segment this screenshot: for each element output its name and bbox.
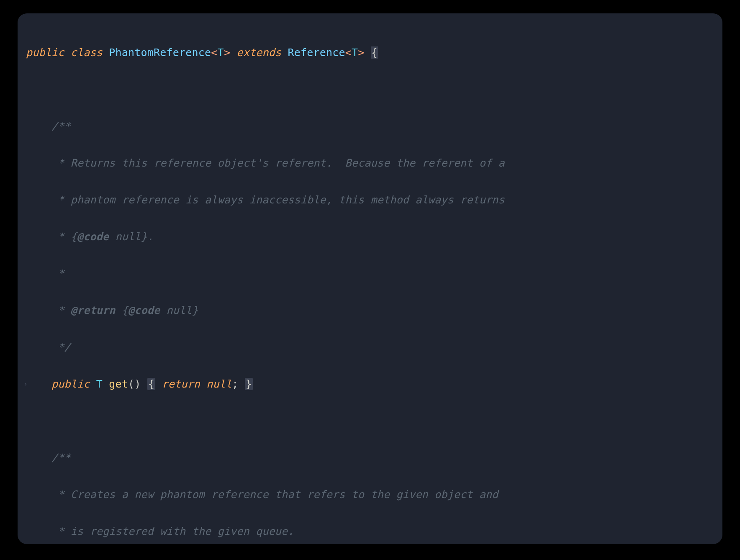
javadoc-code-tag: @code xyxy=(128,304,160,316)
angle-close: > xyxy=(358,46,364,59)
keyword-public: public xyxy=(26,46,64,59)
null-literal: null xyxy=(206,378,232,390)
code-area[interactable]: public class PhantomReference<T> extends… xyxy=(26,25,714,532)
javadoc-return-tag: @return xyxy=(71,304,116,316)
keyword-class: class xyxy=(71,46,103,59)
type-param: T xyxy=(218,46,224,59)
javadoc-open: /** xyxy=(26,120,71,132)
javadoc-line: * xyxy=(26,267,64,280)
code-line[interactable]: public class PhantomReference<T> extends… xyxy=(26,44,714,62)
javadoc-open: /** xyxy=(26,452,71,464)
code-line[interactable]: * xyxy=(26,265,714,283)
code-line[interactable]: * {@code null}. xyxy=(26,228,714,246)
type-param: T xyxy=(352,46,358,59)
javadoc-line: * Creates a new phantom reference that r… xyxy=(26,488,498,501)
brace-open: { xyxy=(147,378,155,390)
code-line[interactable]: * @return {@code null} xyxy=(26,301,714,320)
code-line[interactable]: */ xyxy=(26,338,714,357)
javadoc-line: * { xyxy=(26,231,77,243)
angle-open: < xyxy=(345,46,352,59)
code-line[interactable]: /** xyxy=(26,449,714,467)
javadoc-line: null} xyxy=(160,304,198,316)
code-line[interactable] xyxy=(26,80,714,99)
code-line[interactable]: * Returns this reference object's refere… xyxy=(26,154,714,172)
brace-close: } xyxy=(245,378,253,390)
code-editor-window: public class PhantomReference<T> extends… xyxy=(18,13,722,544)
parens: () xyxy=(128,378,141,390)
keyword-public: public xyxy=(51,378,90,390)
brace-open: { xyxy=(371,46,378,59)
fold-caret-icon[interactable]: › xyxy=(23,375,28,393)
javadoc-line: * xyxy=(26,304,71,316)
semicolon: ; xyxy=(232,378,238,390)
code-line[interactable]: › public T get() { return null; } xyxy=(26,375,714,393)
javadoc-line: * phantom reference is always inaccessib… xyxy=(26,194,505,206)
javadoc-close: */ xyxy=(26,341,71,353)
keyword-return: return xyxy=(162,378,200,390)
javadoc-line: { xyxy=(116,304,128,316)
angle-open: < xyxy=(211,46,217,59)
code-line[interactable]: /** xyxy=(26,117,714,136)
class-ref: Reference xyxy=(288,46,345,59)
javadoc-line: null}. xyxy=(109,231,154,243)
javadoc-line: * Returns this reference object's refere… xyxy=(26,157,505,169)
method-get: get xyxy=(109,378,128,390)
javadoc-code-tag: @code xyxy=(77,231,109,243)
keyword-extends: extends xyxy=(236,46,281,59)
code-line[interactable]: * Creates a new phantom reference that r… xyxy=(26,486,714,504)
indent xyxy=(26,378,51,390)
code-line[interactable]: * is registered with the given queue. xyxy=(26,522,714,541)
javadoc-line: * is registered with the given queue. xyxy=(26,525,294,537)
class-name: PhantomReference xyxy=(109,46,211,59)
code-line[interactable]: * phantom reference is always inaccessib… xyxy=(26,191,714,209)
angle-close: > xyxy=(224,46,230,59)
return-type: T xyxy=(96,378,103,390)
code-line[interactable] xyxy=(26,412,714,430)
